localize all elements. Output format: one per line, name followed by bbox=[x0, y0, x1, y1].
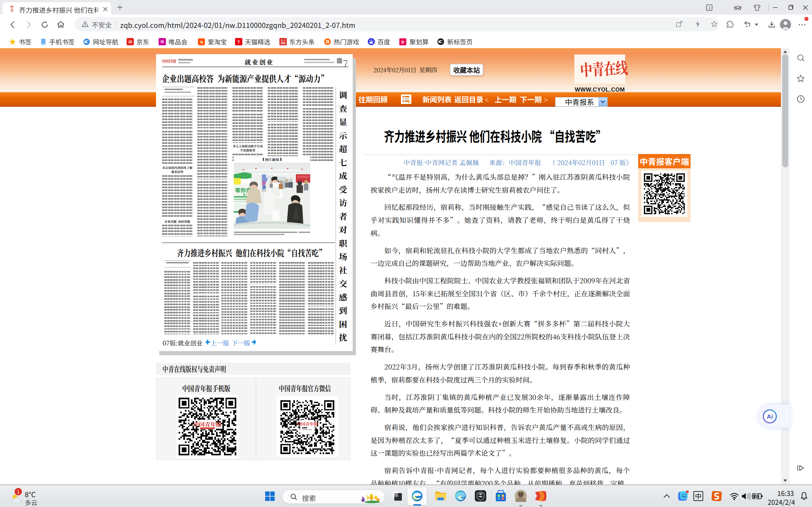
svg-text:东方: 东方 bbox=[281, 39, 286, 42]
svg-text:唯: 唯 bbox=[160, 39, 164, 44]
svg-text:1: 1 bbox=[708, 6, 711, 10]
svg-text:JD: JD bbox=[128, 40, 133, 44]
svg-text:中国青年报: 中国青年报 bbox=[297, 421, 318, 427]
svg-text:中国青年报: 中国青年报 bbox=[194, 420, 222, 428]
svg-text:T: T bbox=[237, 40, 240, 44]
svg-text:淘: 淘 bbox=[200, 39, 203, 44]
svg-text:聚: 聚 bbox=[401, 39, 405, 44]
svg-text:Ai: Ai bbox=[767, 413, 773, 420]
